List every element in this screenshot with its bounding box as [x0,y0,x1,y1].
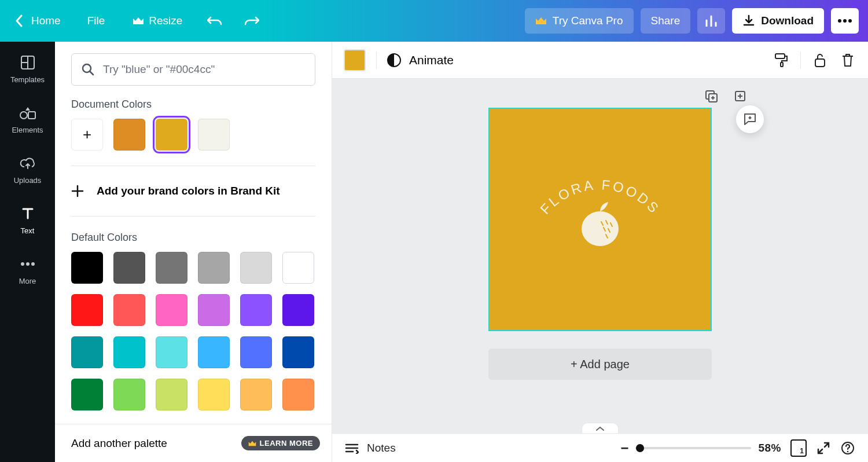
file-label: File [87,14,105,27]
color-swatch[interactable] [240,379,272,410]
chevron-left-icon [15,14,23,27]
color-swatch[interactable] [113,252,145,284]
color-swatch[interactable] [71,379,103,410]
zoom-out-button[interactable]: − [620,440,628,456]
add-page-label: + Add page [571,358,630,371]
svg-rect-10 [775,54,785,58]
crown-icon [535,16,547,25]
color-swatch[interactable] [156,294,187,326]
color-swatch[interactable] [282,336,314,368]
file-menu[interactable]: File [80,10,112,32]
templates-icon [20,54,36,71]
try-pro-label: Try Canva Pro [553,14,623,27]
insights-button[interactable] [697,8,725,34]
svg-rect-12 [815,59,825,67]
context-toolbar: Animate [332,42,868,79]
color-swatch[interactable] [113,336,145,368]
duplicate-page-button[interactable] [704,89,718,105]
share-button[interactable]: Share [641,8,691,34]
color-swatch[interactable] [156,379,187,410]
zoom-slider-thumb[interactable] [636,444,644,452]
color-swatch[interactable] [240,294,272,326]
rail-templates[interactable]: Templates [0,52,55,86]
color-swatch[interactable] [113,379,145,410]
svg-point-7 [26,262,30,266]
help-button[interactable] [840,441,855,456]
notes-button[interactable]: Notes [345,442,396,454]
orange-fruit-icon [577,199,623,248]
animate-button[interactable]: Animate [387,53,454,67]
comment-button[interactable] [736,105,764,133]
document-colors-row: + [71,119,315,151]
trash-icon [841,53,855,68]
rail-uploads[interactable]: Uploads [0,153,55,187]
color-swatch[interactable] [71,336,103,368]
lock-open-icon [813,53,827,68]
duplicate-icon [704,89,718,103]
lock-button[interactable] [811,52,829,69]
color-swatch[interactable] [282,252,314,284]
text-icon [20,206,36,222]
home-label: Home [31,14,61,27]
home-button[interactable]: Home [9,10,67,32]
redo-button[interactable] [240,9,263,32]
color-search-input[interactable] [103,63,306,76]
styles-button[interactable] [773,52,790,69]
color-swatch[interactable] [71,252,103,284]
color-swatch[interactable] [282,379,314,410]
color-swatch[interactable] [156,252,187,284]
add-palette-label[interactable]: Add another palette [71,437,167,450]
fullscreen-button[interactable] [816,441,831,456]
download-button[interactable]: Download [732,8,824,34]
undo-icon [207,16,222,26]
color-swatch[interactable] [113,294,145,326]
color-panel: Document Colors + Add your brand colors … [55,42,332,462]
color-search[interactable] [71,53,315,86]
color-swatch[interactable] [240,336,272,368]
zoom-control: − 58% [620,440,781,456]
color-swatch[interactable] [282,294,314,326]
learn-more-button[interactable]: LEARN MORE [241,436,320,450]
add-color-swatch[interactable]: + [71,119,103,151]
color-swatch[interactable] [71,294,103,326]
current-color-chip[interactable] [344,49,366,71]
color-swatch[interactable] [198,336,230,368]
color-swatch[interactable] [156,119,187,151]
zoom-slider[interactable] [635,447,751,449]
page-indicator[interactable]: 1 [790,439,807,457]
rail-elements[interactable]: Elements [0,102,55,137]
zoom-percent[interactable]: 58% [758,442,781,454]
svg-rect-5 [28,112,35,119]
collapse-footer-tab[interactable] [582,423,619,433]
add-brand-colors[interactable]: Add your brand colors in Brand Kit [71,181,315,201]
ellipsis-icon [837,19,852,23]
color-swatch[interactable] [156,336,187,368]
color-swatch[interactable] [113,119,145,151]
more-icon [20,256,36,272]
color-swatch[interactable] [198,379,230,410]
redo-icon [244,16,259,26]
svg-rect-11 [781,63,783,67]
undo-button[interactable] [203,9,226,32]
default-colors-grid [71,252,315,410]
document-colors-label: Document Colors [71,98,315,111]
more-menu-button[interactable] [831,8,859,34]
learn-more-label: LEARN MORE [260,439,313,448]
add-page-button[interactable]: + Add page [488,349,712,380]
animate-icon [387,53,401,67]
canvas-area[interactable]: FLORA FOODS + Add page [332,79,868,433]
resize-menu[interactable]: Resize [126,10,189,32]
notes-label: Notes [367,442,396,454]
color-swatch[interactable] [240,252,272,284]
rail-text[interactable]: Text [0,203,55,237]
artboard[interactable]: FLORA FOODS [488,108,712,331]
rail-more-label: More [19,277,36,285]
color-swatch[interactable] [198,252,230,284]
add-page-icon [733,89,747,103]
color-swatch[interactable] [198,119,230,151]
rail-more[interactable]: More [0,254,55,288]
delete-button[interactable] [839,52,856,69]
try-pro-button[interactable]: Try Canva Pro [525,8,634,34]
color-swatch[interactable] [198,294,230,326]
add-page-above-button[interactable] [733,89,747,105]
